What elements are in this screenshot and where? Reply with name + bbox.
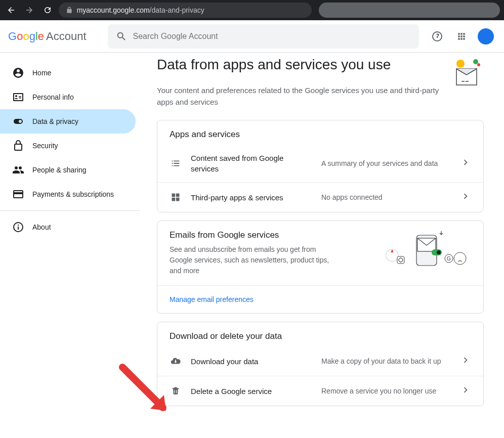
avatar-icon <box>478 28 494 45</box>
svg-rect-1 <box>461 81 465 82</box>
apps-services-card: Apps and services Content saved from Goo… <box>157 120 484 212</box>
trash-icon <box>171 386 181 396</box>
svg-point-5 <box>477 63 480 66</box>
sidebar-item-about[interactable]: About <box>0 215 136 239</box>
sidebar-item-security[interactable]: Security <box>0 134 136 158</box>
hero-illustration <box>451 57 484 89</box>
sidebar-separator <box>0 210 140 211</box>
emails-illustration: G <box>385 230 471 271</box>
search-box[interactable] <box>108 24 419 49</box>
id-card-icon <box>12 91 24 103</box>
toggle-icon <box>12 115 24 127</box>
sidebar: Home Personal info Data & privacy Securi… <box>0 53 140 438</box>
page-title: Data from apps and services you use <box>157 57 441 73</box>
download-delete-card: Download or delete your data Download yo… <box>157 322 484 406</box>
help-button[interactable] <box>427 26 447 47</box>
url-text: myaccount.google.com/data-and-privacy <box>77 6 204 14</box>
lock-icon <box>66 7 73 14</box>
list-icon <box>170 158 181 169</box>
manage-email-link[interactable]: Manage email preferences <box>170 295 254 303</box>
sidebar-item-home[interactable]: Home <box>0 61 136 85</box>
google-account-logo[interactable]: Google Account <box>8 30 87 43</box>
emails-card: Emails from Google services See and unsu… <box>157 221 484 314</box>
chevron-right-icon <box>460 191 471 202</box>
google-word: Google <box>8 30 44 43</box>
row-desc: Make a copy of your data to back it up <box>321 357 451 365</box>
chevron-right-icon <box>460 384 471 396</box>
row-main: Third-party apps & services <box>191 192 312 203</box>
sidebar-item-people-sharing[interactable]: People & sharing <box>0 158 136 182</box>
redacted-area <box>319 3 500 18</box>
sidebar-label: Home <box>32 69 51 77</box>
chevron-right-icon <box>460 157 471 168</box>
apps-grid-icon <box>456 31 467 41</box>
sidebar-item-data-privacy[interactable]: Data & privacy <box>0 109 136 134</box>
svg-point-9 <box>437 250 441 254</box>
cloud-download-icon <box>170 356 181 367</box>
row-delete-service[interactable]: Delete a Google service Remove a service… <box>157 376 483 406</box>
sidebar-item-personal-info[interactable]: Personal info <box>0 85 136 109</box>
home-icon <box>12 67 24 79</box>
grid-icon <box>171 192 181 202</box>
info-icon <box>12 221 24 233</box>
svg-rect-2 <box>466 81 469 82</box>
reload-button[interactable] <box>40 3 55 17</box>
browser-toolbar: myaccount.google.com/data-and-privacy <box>0 0 504 20</box>
app-header: Google Account <box>0 20 504 53</box>
card-title: Download or delete your data <box>157 322 483 346</box>
row-desc: No apps connected <box>321 193 451 201</box>
sidebar-label: Payments & subscriptions <box>32 190 114 198</box>
sidebar-label: People & sharing <box>32 166 87 174</box>
row-main: Content saved from Google services <box>191 153 312 174</box>
sidebar-item-payments[interactable]: Payments & subscriptions <box>0 182 136 206</box>
sidebar-label: Personal info <box>32 93 74 101</box>
forward-button[interactable] <box>22 3 36 17</box>
account-avatar[interactable] <box>476 26 496 47</box>
row-download-data[interactable]: Download your data Make a copy of your d… <box>157 346 483 376</box>
manage-email-link-row: Manage email preferences <box>157 285 483 313</box>
search-icon <box>116 31 127 42</box>
help-icon <box>431 30 443 42</box>
svg-point-15 <box>454 252 466 265</box>
row-content-saved[interactable]: Content saved from Google services A sum… <box>157 145 483 182</box>
card-icon <box>12 188 24 200</box>
sidebar-label: Data & privacy <box>32 117 78 125</box>
svg-point-4 <box>473 59 478 64</box>
apps-button[interactable] <box>451 26 472 47</box>
card-description: See and unsubscribe from emails you get … <box>170 244 331 276</box>
sidebar-label: Security <box>32 142 58 150</box>
page-subtitle: Your content and preferences related to … <box>157 85 441 108</box>
chevron-right-icon <box>460 355 471 366</box>
svg-text:G: G <box>447 256 451 261</box>
row-main: Download your data <box>191 356 312 367</box>
account-word: Account <box>46 30 87 43</box>
row-desc: Remove a service you no longer use <box>321 387 451 395</box>
row-desc: A summary of your services and data <box>321 159 451 167</box>
lock-icon <box>12 140 24 152</box>
back-button[interactable] <box>4 3 18 17</box>
card-title: Emails from Google services <box>170 230 375 240</box>
main-content: Data from apps and services you use Your… <box>140 53 504 438</box>
row-third-party[interactable]: Third-party apps & services No apps conn… <box>157 182 483 212</box>
sidebar-label: About <box>32 223 51 231</box>
svg-point-3 <box>456 60 465 68</box>
search-input[interactable] <box>133 32 411 41</box>
row-main: Delete a Google service <box>191 386 312 397</box>
url-bar[interactable]: myaccount.google.com/data-and-privacy <box>59 3 312 18</box>
card-title: Apps and services <box>157 120 483 145</box>
people-icon <box>12 164 24 176</box>
